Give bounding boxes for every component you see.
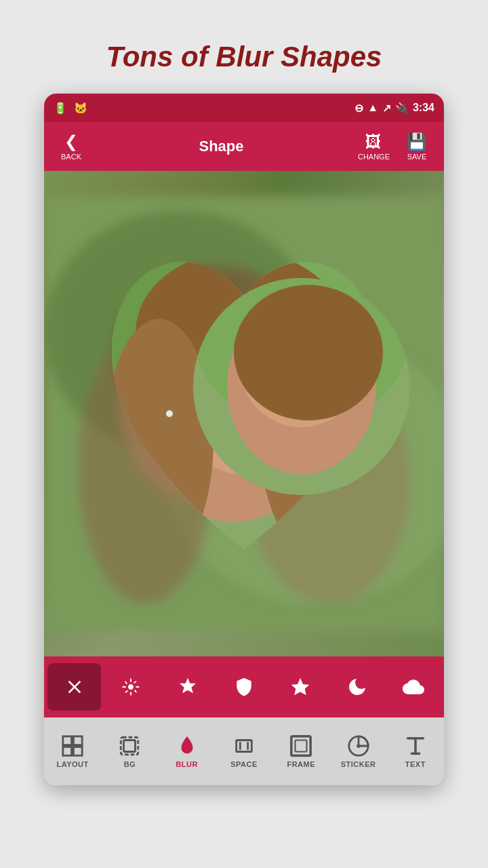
save-button[interactable]: 💾 SAVE (396, 130, 437, 163)
svg-marker-27 (180, 678, 196, 694)
layout-label: LAYOUT (57, 760, 89, 768)
tool-space-button[interactable]: SPACE (216, 717, 272, 785)
star5-icon (289, 676, 311, 698)
save-icon: 💾 (407, 132, 427, 151)
signal-icon: ↗ (382, 102, 391, 115)
status-left-icons: 🔋 🐱 (54, 102, 87, 115)
tool-frame-button[interactable]: FRAME (272, 717, 329, 785)
minus-icon: ⊖ (354, 102, 363, 115)
bg-icon (118, 734, 141, 757)
image-area (44, 171, 444, 656)
svg-rect-37 (296, 741, 307, 752)
top-bar: ❮ BACK Shape 🖼 CHANGE 💾 SAVE (44, 122, 444, 171)
shape-moon-button[interactable] (330, 663, 384, 711)
frame-label: FRAME (287, 760, 315, 768)
change-button[interactable]: 🖼 CHANGE (351, 130, 396, 163)
flower-icon (120, 676, 142, 698)
shape-star5-button[interactable] (274, 663, 327, 711)
sticker-label: STICKER (341, 760, 376, 768)
blur-label: BLUR (176, 760, 198, 768)
svg-rect-32 (74, 747, 83, 755)
close-icon (64, 676, 85, 698)
svg-rect-36 (291, 736, 310, 755)
shape-shield-button[interactable] (217, 663, 270, 711)
svg-rect-35 (237, 741, 252, 752)
svg-point-21 (166, 410, 173, 417)
shape-toolbar (44, 656, 444, 717)
svg-rect-29 (63, 736, 72, 745)
change-icon: 🖼 (365, 132, 382, 151)
status-right: ⊖ ▲ ↗ 🔌 3:34 (354, 102, 434, 115)
wifi-icon: ▲ (367, 102, 378, 114)
battery-status-icon: 🔌 (395, 102, 409, 115)
battery-icon: 🔋 (54, 102, 67, 115)
sticker-icon (347, 734, 370, 757)
shield-icon (233, 676, 255, 698)
bottom-toolbar: LAYOUT BG BLUR SPACE (44, 717, 444, 785)
svg-point-39 (357, 744, 361, 748)
blur-icon (176, 734, 199, 757)
star6-icon (177, 676, 199, 698)
tool-layout-button[interactable]: LAYOUT (44, 717, 101, 785)
space-label: SPACE (230, 760, 258, 768)
back-button[interactable]: ❮ BACK (51, 130, 92, 163)
text-label: TEXT (405, 760, 426, 768)
tool-sticker-button[interactable]: STICKER (329, 717, 386, 785)
shape-close-button[interactable] (47, 663, 101, 711)
frame-icon (289, 734, 312, 757)
status-time: 3:34 (413, 102, 434, 114)
svg-rect-34 (124, 741, 136, 752)
shape-cloud-button[interactable] (387, 663, 441, 711)
tool-blur-button[interactable]: BLUR (159, 717, 216, 785)
status-bar: 🔋 🐱 ⊖ ▲ ↗ 🔌 3:34 (44, 94, 444, 122)
svg-rect-30 (63, 747, 72, 755)
svg-marker-28 (291, 678, 310, 695)
bg-label: BG (124, 760, 136, 768)
tool-bg-button[interactable]: BG (101, 717, 158, 785)
svg-rect-31 (74, 736, 83, 745)
tool-text-button[interactable]: TEXT (387, 717, 444, 785)
page-title: Tons of Blur Shapes (106, 41, 382, 73)
back-label: BACK (61, 153, 81, 161)
cloud-icon (403, 676, 424, 698)
cat-icon: 🐱 (74, 102, 87, 115)
back-icon: ❮ (64, 132, 78, 151)
text-icon (404, 734, 427, 757)
top-bar-title: Shape (92, 138, 351, 155)
phone-frame: 🔋 🐱 ⊖ ▲ ↗ 🔌 3:34 ❮ BACK Shape 🖼 CHANGE (44, 94, 444, 785)
layout-icon (61, 734, 84, 757)
moon-icon (346, 676, 368, 698)
space-icon (232, 734, 256, 757)
shape-star6-button[interactable] (161, 663, 214, 711)
shape-flower-button[interactable] (104, 663, 157, 711)
save-label: SAVE (407, 153, 427, 161)
svg-point-26 (234, 285, 383, 420)
portrait-canvas (44, 171, 444, 656)
change-label: CHANGE (358, 153, 390, 161)
